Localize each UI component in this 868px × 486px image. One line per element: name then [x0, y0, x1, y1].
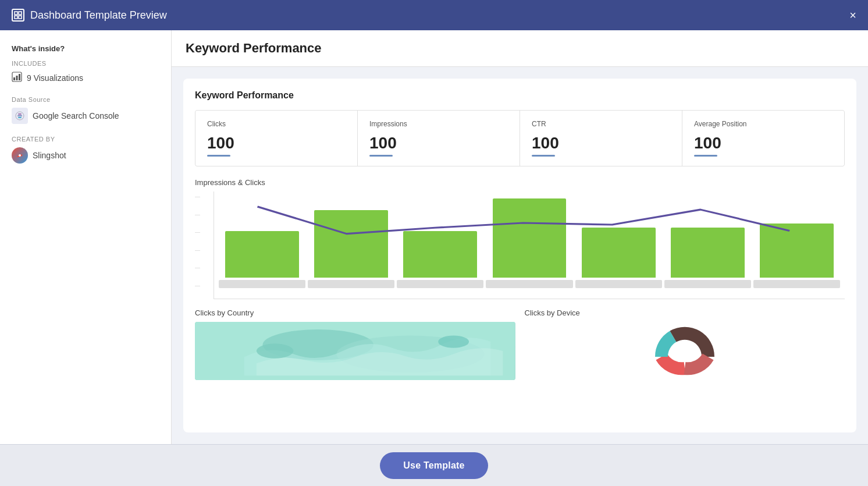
metric-avg-position-label: Average Position: [694, 120, 747, 128]
metric-clicks-underline: [207, 155, 230, 157]
svg-rect-9: [17, 115, 22, 116]
dashboard-content: Keyword Performance Clicks 100 Impressio…: [172, 67, 868, 444]
svg-rect-3: [19, 16, 22, 19]
metric-ctr-label: CTR: [532, 120, 546, 128]
donut-visualization: [525, 322, 845, 380]
svg-rect-1: [19, 12, 22, 15]
bars-wrapper: [214, 191, 845, 288]
impressions-chart: — — — — — —: [195, 191, 845, 299]
metric-avg-position: Average Position 100: [682, 111, 844, 166]
bar: [671, 228, 745, 278]
created-by-value: Slingshot: [12, 147, 159, 164]
sidebar-title: What's inside?: [12, 44, 159, 53]
bar-label-bg: [575, 280, 662, 288]
header-left: Dashboard Template Preview: [12, 9, 167, 22]
svg-point-17: [257, 343, 294, 358]
data-source-value: Google Search Console: [12, 108, 159, 124]
metric-impressions: Impressions 100: [358, 111, 520, 166]
svg-rect-2: [15, 16, 17, 19]
clicks-by-device-title: Clicks by Device: [525, 308, 845, 317]
metrics-row: Clicks 100 Impressions 100 CTR 100: [195, 110, 845, 166]
dashboard-card: Keyword Performance Clicks 100 Impressio…: [183, 79, 856, 432]
bar-chart-icon: [12, 72, 22, 84]
clicks-by-country-title: Clicks by Country: [195, 308, 515, 317]
metric-ctr-value: 100: [532, 134, 559, 152]
impressions-chart-section: Impressions & Clicks — — — — — —: [195, 178, 845, 299]
metric-avg-position-underline: [694, 155, 717, 157]
header-title: Dashboard Template Preview: [30, 9, 167, 22]
svg-rect-0: [15, 12, 17, 15]
metric-ctr-underline: [532, 155, 555, 157]
clicks-by-country: Clicks by Country: [195, 308, 515, 380]
card-title: Keyword Performance: [195, 90, 845, 101]
data-source-label: Data Source: [12, 96, 159, 103]
metric-clicks: Clicks 100: [195, 111, 357, 166]
svg-rect-10: [18, 113, 22, 115]
preview-title-bar: Keyword Performance: [172, 30, 868, 67]
preview-area: Keyword Performance Keyword Performance …: [172, 30, 868, 444]
dashboard-icon: [12, 9, 24, 22]
svg-rect-11: [18, 117, 22, 118]
metric-impressions-value: 100: [369, 134, 397, 152]
preview-title: Keyword Performance: [186, 41, 854, 56]
header: Dashboard Template Preview ×: [0, 0, 868, 30]
clicks-by-device: Clicks by Device: [525, 308, 845, 380]
y-label: —: [195, 229, 210, 235]
metric-ctr: CTR 100: [520, 111, 682, 166]
bar: [493, 198, 567, 278]
bottom-charts: Clicks by Country: [195, 308, 845, 380]
metric-clicks-value: 100: [207, 134, 234, 152]
close-button[interactable]: ×: [849, 9, 856, 22]
bar-group: [575, 191, 662, 288]
y-label: —: [195, 247, 210, 253]
bar-label-bg: [486, 280, 572, 288]
svg-rect-7: [19, 74, 20, 80]
metric-impressions-underline: [369, 155, 393, 157]
sidebar: What's inside? INCLUDES 9 Visualizations…: [0, 30, 172, 444]
viz-count: 9 Visualizations: [12, 72, 159, 84]
y-axis: — — — — — —: [195, 191, 214, 299]
bar: [582, 228, 656, 278]
data-source-text: Google Search Console: [33, 111, 119, 120]
bar-label-bg: [753, 280, 840, 288]
bar-group: [308, 191, 394, 288]
y-label: —: [195, 283, 210, 289]
metric-avg-position-value: 100: [694, 134, 721, 152]
bar: [314, 210, 388, 278]
y-label: —: [195, 265, 210, 271]
svg-point-13: [19, 154, 21, 157]
bar-group: [753, 191, 840, 288]
includes-label: INCLUDES: [12, 60, 159, 67]
bar-label-bg: [308, 280, 394, 288]
bar-label-bg: [664, 280, 751, 288]
bar-group: [664, 191, 751, 288]
viz-count-text: 9 Visualizations: [27, 73, 83, 83]
bar-group: [397, 191, 483, 288]
metric-clicks-label: Clicks: [207, 120, 226, 128]
bar-group: [486, 191, 572, 288]
bar: [403, 231, 477, 278]
bar: [760, 224, 834, 278]
chart-area: [214, 191, 845, 299]
footer: Use Template: [0, 444, 868, 486]
created-by-label: CREATED BY: [12, 136, 159, 143]
svg-rect-6: [16, 76, 18, 80]
use-template-button[interactable]: Use Template: [380, 452, 488, 479]
svg-rect-5: [13, 77, 15, 80]
created-by-text: Slingshot: [33, 151, 66, 160]
bar-group: [219, 191, 305, 288]
bar-label-bg: [219, 280, 305, 288]
bar-label-bg: [397, 280, 483, 288]
svg-point-18: [438, 336, 469, 348]
metric-impressions-label: Impressions: [369, 120, 407, 128]
slingshot-icon: [12, 147, 28, 164]
y-label: —: [195, 212, 210, 218]
bar: [225, 231, 299, 278]
main-container: What's inside? INCLUDES 9 Visualizations…: [0, 30, 868, 444]
gsc-icon: [12, 108, 28, 124]
y-label: —: [195, 194, 210, 200]
map-visualization: [195, 322, 515, 380]
impressions-chart-title: Impressions & Clicks: [195, 178, 845, 187]
